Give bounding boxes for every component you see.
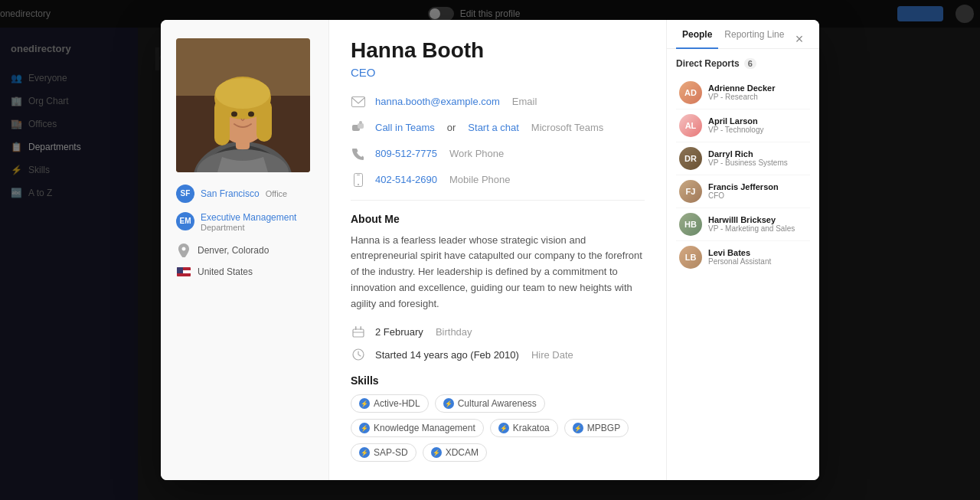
report-name-4: Harwilll Bricksey xyxy=(708,215,807,224)
department-item[interactable]: EM Executive Management Department xyxy=(176,212,313,232)
svg-rect-15 xyxy=(358,123,364,129)
report-avatar-1: AL xyxy=(679,114,702,137)
modal-right-panel: People Reporting Line Direct Reports 6 A… xyxy=(666,20,819,481)
tab-reporting-line[interactable]: Reporting Line xyxy=(718,20,790,49)
divider-1 xyxy=(351,200,645,201)
svg-rect-13 xyxy=(352,96,365,106)
report-name-3: Francis Jefferson xyxy=(708,182,807,191)
flag-icon xyxy=(176,264,191,279)
work-phone-number[interactable]: 809-512-7775 xyxy=(375,148,437,159)
skill-badge-active-hdl[interactable]: Active-HDL xyxy=(351,394,429,413)
tab-people[interactable]: People xyxy=(676,20,718,49)
direct-reports-title: Direct Reports 6 xyxy=(676,58,810,69)
about-text: Hanna is a fearless leader whose strateg… xyxy=(351,233,645,312)
skill-badge-krakatoa[interactable]: Krakatoa xyxy=(490,419,558,437)
location-pin-icon xyxy=(176,243,191,258)
city-item: Denver, Colorado xyxy=(176,243,313,258)
report-item-2[interactable]: DR Darryl Rich VP - Business Systems xyxy=(676,142,810,175)
svg-rect-20 xyxy=(353,329,364,337)
department-label: Department xyxy=(201,223,296,232)
report-role-0: VP - Research xyxy=(708,93,807,101)
mobile-phone-label: Mobile Phone xyxy=(449,174,511,185)
location-name[interactable]: San Francisco xyxy=(201,188,260,199)
skill-label: Knowledge Management xyxy=(374,423,475,433)
report-info-0: Adrienne Decker VP - Research xyxy=(708,83,807,101)
report-item-4[interactable]: HB Harwilll Bricksey VP - Marketing and … xyxy=(676,208,810,241)
profile-name: Hanna Booth xyxy=(351,38,645,63)
report-avatar-2: DR xyxy=(679,147,702,170)
birthday-label: Birthday xyxy=(436,326,472,338)
report-avatar-0: AD xyxy=(679,81,702,104)
location-type: Office xyxy=(266,189,288,198)
profile-photo-svg xyxy=(176,38,310,172)
birthday-icon xyxy=(351,324,366,339)
report-role-3: CFO xyxy=(708,191,807,200)
svg-point-10 xyxy=(231,111,237,116)
skill-icon xyxy=(359,398,370,409)
modal-main-panel: Hanna Booth CEO hanna.booth@example.com … xyxy=(329,20,666,481)
svg-rect-7 xyxy=(214,100,230,145)
report-avatar-3: FJ xyxy=(679,180,702,203)
profile-title: CEO xyxy=(351,66,645,79)
report-item-0[interactable]: AD Adrienne Decker VP - Research xyxy=(676,77,810,109)
svg-rect-8 xyxy=(256,100,272,142)
birthday-value: 2 February xyxy=(375,326,423,338)
skill-badge-mpbgp[interactable]: MPBGP xyxy=(564,419,629,437)
department-name[interactable]: Executive Management xyxy=(201,212,296,223)
skill-icon xyxy=(498,423,509,433)
email-icon xyxy=(351,94,366,109)
skills-container: Active-HDL Cultural Awareness Knowledge … xyxy=(351,394,645,462)
skill-badge-xdcam[interactable]: XDCAM xyxy=(423,443,487,462)
report-avatar-4: HB xyxy=(679,213,702,236)
report-item-5[interactable]: LB Levi Bates Personal Assistant xyxy=(676,241,810,273)
report-name-0: Adrienne Decker xyxy=(708,83,807,93)
modal-overlay: × xyxy=(0,0,980,500)
chat-teams-link[interactable]: Start a chat xyxy=(468,122,518,133)
email-row: hanna.booth@example.com Email xyxy=(351,94,645,109)
skill-icon xyxy=(359,447,370,458)
report-avatar-5: LB xyxy=(679,246,702,269)
hire-date-label: Hire Date xyxy=(531,349,573,361)
department-icon: EM xyxy=(176,212,194,230)
email-address[interactable]: hanna.booth@example.com xyxy=(375,96,500,107)
skill-icon xyxy=(359,423,370,433)
call-teams-link[interactable]: Call in Teams xyxy=(375,122,435,133)
report-role-2: VP - Business Systems xyxy=(708,158,807,167)
svg-point-11 xyxy=(248,111,254,116)
report-info-3: Francis Jefferson CFO xyxy=(708,182,807,200)
skills-title: Skills xyxy=(351,374,645,387)
direct-reports-count: 6 xyxy=(744,58,756,69)
mobile-icon xyxy=(351,172,366,188)
mobile-phone-number[interactable]: 402-514-2690 xyxy=(375,174,437,185)
skill-badge-cultural[interactable]: Cultural Awareness xyxy=(435,394,545,413)
report-item-1[interactable]: AL April Larson VP - Technology xyxy=(676,109,810,142)
skill-icon xyxy=(431,447,442,458)
report-role-4: VP - Marketing and Sales xyxy=(708,224,807,233)
report-item-3[interactable]: FJ Francis Jefferson CFO xyxy=(676,175,810,208)
birthday-row: 2 February Birthday xyxy=(351,324,645,339)
skill-label: Cultural Awareness xyxy=(458,398,537,409)
country-name: United States xyxy=(198,266,253,277)
skill-badge-sapsd[interactable]: SAP-SD xyxy=(351,443,416,462)
country-item: United States xyxy=(176,264,313,279)
skill-label: XDCAM xyxy=(446,447,479,458)
right-content: Direct Reports 6 AD Adrienne Decker VP -… xyxy=(667,49,819,283)
close-button[interactable]: × xyxy=(789,29,810,51)
report-info-2: Darryl Rich VP - Business Systems xyxy=(708,149,807,167)
profile-photo xyxy=(176,38,310,172)
location-item[interactable]: SF San Francisco Office xyxy=(176,185,313,203)
teams-icon xyxy=(351,120,366,136)
profile-modal: × xyxy=(161,20,819,481)
hire-date-icon xyxy=(351,347,366,362)
teams-row: Call in Teams or Start a chat Microsoft … xyxy=(351,120,645,136)
report-info-5: Levi Bates Personal Assistant xyxy=(708,248,807,266)
skill-icon xyxy=(443,398,454,409)
skill-label: Krakatoa xyxy=(513,423,550,433)
phone-icon xyxy=(351,146,366,162)
svg-rect-21 xyxy=(355,326,357,330)
skill-label: SAP-SD xyxy=(374,447,408,458)
report-info-1: April Larson VP - Technology xyxy=(708,116,807,134)
email-label: Email xyxy=(512,96,537,107)
about-title: About Me xyxy=(351,213,645,225)
skill-badge-knowledge[interactable]: Knowledge Management xyxy=(351,419,484,437)
